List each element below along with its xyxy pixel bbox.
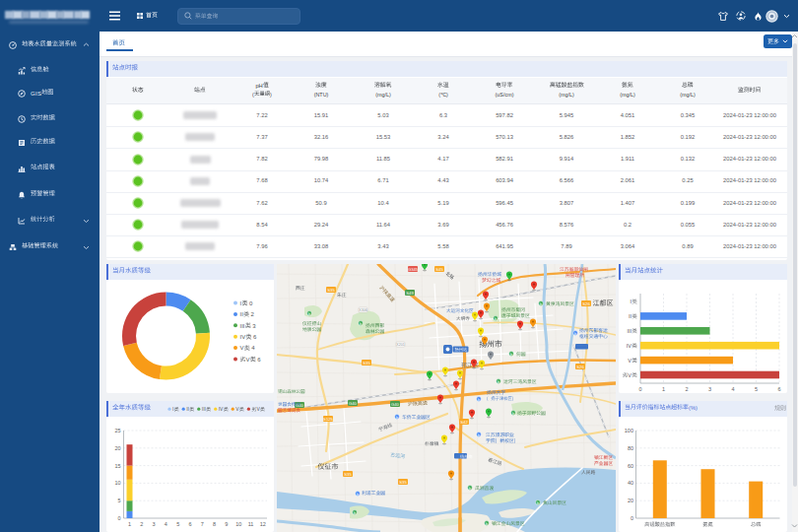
svg-text:b: b: [354, 511, 356, 515]
svg-text:G40: G40: [349, 401, 358, 406]
svg-text:6: 6: [188, 521, 191, 527]
svg-text:III: III: [239, 323, 244, 329]
svg-text:I: I: [172, 406, 173, 412]
svg-text:G40: G40: [391, 402, 400, 407]
svg-text:1: 1: [662, 386, 665, 392]
svg-text:IV: IV: [218, 406, 223, 412]
svg-text:b: b: [498, 380, 499, 384]
svg-text:III: III: [627, 328, 632, 334]
svg-text:40: 40: [628, 480, 633, 486]
svg-text:b: b: [537, 501, 539, 505]
svg-text:6: 6: [253, 334, 257, 340]
svg-text:S35: S35: [344, 472, 352, 477]
svg-text:II: II: [186, 406, 189, 412]
svg-text:6: 6: [257, 357, 261, 363]
svg-text:12: 12: [259, 521, 265, 527]
svg-text:b: b: [574, 332, 576, 336]
svg-text:III: III: [201, 406, 205, 412]
svg-text:3: 3: [252, 323, 256, 329]
svg-text:S42: S42: [460, 420, 468, 425]
svg-text:20: 20: [114, 445, 120, 451]
svg-text:0: 0: [631, 515, 633, 521]
svg-text:S49: S49: [406, 291, 414, 296]
svg-text:7: 7: [200, 521, 203, 527]
svg-text:b: b: [357, 493, 359, 497]
svg-text:I: I: [631, 299, 632, 304]
svg-text:25: 25: [114, 428, 120, 433]
svg-text:X306: X306: [359, 308, 366, 312]
svg-text:V: V: [239, 345, 243, 351]
svg-text:8: 8: [213, 521, 216, 527]
svg-text:100: 100: [625, 428, 633, 433]
svg-text:b: b: [510, 353, 512, 357]
svg-text:S35: S35: [399, 480, 407, 485]
svg-text:S45: S45: [435, 267, 443, 272]
svg-text:S26: S26: [582, 301, 590, 306]
svg-text:5: 5: [117, 498, 120, 503]
svg-text:IV: IV: [627, 343, 632, 349]
svg-text:b: b: [486, 522, 488, 526]
svg-text:b: b: [396, 416, 398, 420]
svg-text:2: 2: [140, 521, 143, 527]
svg-text:b: b: [308, 312, 310, 316]
svg-text:3: 3: [152, 521, 155, 527]
svg-text:I: I: [239, 300, 241, 306]
svg-text:4: 4: [731, 386, 734, 392]
svg-text:11: 11: [247, 521, 253, 527]
svg-text:S125: S125: [323, 417, 333, 422]
svg-text:b: b: [512, 412, 514, 416]
svg-text:2: 2: [250, 311, 254, 317]
svg-text:V: V: [628, 372, 632, 378]
svg-text:V: V: [235, 406, 239, 412]
svg-text:II: II: [629, 313, 632, 319]
svg-text:80: 80: [628, 445, 633, 451]
svg-text:0: 0: [117, 515, 120, 521]
svg-text:2: 2: [685, 386, 688, 392]
svg-text:10: 10: [235, 521, 241, 527]
svg-text:1: 1: [127, 521, 130, 527]
svg-text:G345: G345: [408, 267, 419, 272]
svg-text:20: 20: [628, 498, 633, 503]
svg-text:3: 3: [708, 386, 711, 392]
svg-text:b: b: [469, 487, 471, 491]
svg-text:5: 5: [176, 521, 179, 527]
svg-text:II: II: [239, 311, 243, 317]
svg-text:V: V: [628, 358, 632, 364]
svg-text:b: b: [478, 398, 480, 402]
svg-text:V: V: [245, 357, 249, 363]
svg-text:S26: S26: [576, 365, 584, 369]
svg-text:10: 10: [114, 480, 120, 486]
svg-text:0: 0: [638, 386, 641, 392]
svg-text:IV: IV: [239, 334, 245, 340]
svg-text:5: 5: [755, 386, 758, 392]
svg-text:b: b: [478, 433, 480, 437]
svg-text:9: 9: [225, 521, 228, 527]
svg-text:b: b: [540, 302, 542, 306]
svg-text:6: 6: [777, 386, 780, 392]
svg-text:S35: S35: [363, 361, 370, 366]
svg-text:X201: X201: [396, 343, 404, 347]
svg-text:0: 0: [249, 300, 253, 306]
svg-text:b: b: [360, 322, 362, 326]
svg-text:S35: S35: [327, 288, 335, 293]
svg-text:15: 15: [114, 463, 120, 469]
svg-text:b: b: [495, 317, 497, 321]
svg-text:V: V: [256, 406, 260, 412]
svg-text:60: 60: [628, 463, 633, 469]
svg-text:4: 4: [164, 521, 166, 527]
svg-text:4: 4: [251, 345, 255, 351]
